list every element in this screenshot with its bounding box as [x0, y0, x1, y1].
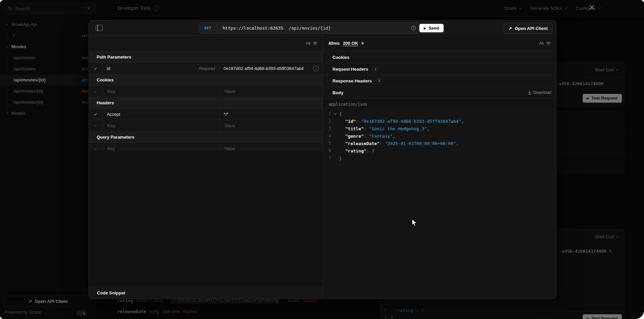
count-badge: 3: [376, 77, 383, 84]
header-value-cell: [220, 120, 323, 131]
key-input[interactable]: [107, 123, 215, 129]
section-label: Response Headers: [332, 78, 372, 83]
line-number: 2: [323, 119, 331, 123]
code-line: 3 "title": "Sonic the Hedgehog 3",: [323, 125, 556, 132]
section-path-parameters[interactable]: Path Parameters: [89, 51, 323, 63]
code-text: "rating": 7: [339, 148, 374, 153]
cookie-new-row: ✓: [89, 86, 323, 97]
code-text: "title": "Sonic the Hedgehog 3",: [339, 126, 429, 131]
external-link-icon: ↗: [508, 26, 512, 31]
value-input[interactable]: [224, 123, 319, 129]
filter-icon: [313, 42, 317, 45]
header-key-cell[interactable]: Accept: [103, 109, 220, 120]
download-icon: [528, 91, 532, 95]
response-status[interactable]: 200 OK: [343, 41, 358, 46]
line-number: 5: [323, 141, 331, 146]
status-ok-dot: [361, 42, 364, 44]
code-text: "id": "0e167d02-af94-4d68-b393-d5ff03647…: [339, 119, 464, 124]
cookie-key-cell: [103, 86, 220, 97]
section-label: Cookies: [97, 77, 114, 82]
param-value-cell[interactable]: 0e167d02-af94-4d68-b393-d5ff03647ab4 i: [220, 63, 323, 74]
code-text: }: [339, 156, 342, 161]
fold-toggle[interactable]: [331, 113, 339, 114]
response-section-response-headers[interactable]: Response Headers 3: [323, 75, 556, 87]
response-time: 40ms: [328, 41, 340, 46]
send-label: Send: [428, 26, 439, 31]
header-key-cell: [103, 120, 220, 131]
row-checkbox[interactable]: ✓: [89, 109, 103, 120]
key-input[interactable]: [107, 88, 215, 94]
method-badge: GET: [199, 23, 217, 33]
value-input[interactable]: [224, 88, 319, 94]
code-line: 7 }: [323, 154, 556, 162]
value-input[interactable]: [224, 146, 319, 151]
request-panel: All Path Parameters ✓ id Required 0e167d…: [89, 35, 323, 298]
path-text[interactable]: /api/movies/{id}: [286, 26, 331, 31]
section-label: Request Headers: [332, 67, 368, 72]
header-row-accept: ✓ Accept */*: [89, 109, 323, 120]
line-number: 3: [323, 126, 331, 131]
line-number: 1: [323, 111, 331, 116]
response-filter[interactable]: All: [539, 35, 551, 51]
app-background: Developer Tools i Share Generate SDKs Co…: [0, 0, 644, 319]
request-panel-empty-area: [89, 151, 323, 287]
send-button[interactable]: ▶ Send: [419, 24, 444, 32]
header-key: Accept: [107, 112, 120, 117]
info-icon[interactable]: i: [313, 66, 319, 71]
section-label: Path Parameters: [97, 55, 131, 60]
line-number: 6: [323, 148, 331, 153]
response-section-body[interactable]: Body Download: [323, 87, 556, 99]
row-checkbox[interactable]: ✓: [89, 86, 103, 97]
section-cookies[interactable]: Cookies: [89, 74, 323, 86]
cookie-value-cell: [220, 86, 323, 97]
content-type-label: application/json: [328, 102, 367, 107]
history-icon[interactable]: [411, 26, 416, 31]
address-bar[interactable]: GET https://localhost:62635 /api/movies/…: [199, 23, 445, 34]
filter-label: All: [306, 41, 310, 46]
api-client-modal: GET https://localhost:62635 /api/movies/…: [89, 20, 556, 299]
filter-label: All: [539, 41, 544, 46]
param-value: 0e167d02-af94-4d68-b393-d5ff03647ab4: [224, 66, 304, 71]
row-checkbox[interactable]: ✓: [89, 63, 103, 74]
chevron-down-icon: [333, 112, 336, 115]
download-label: Download: [534, 90, 551, 95]
code-line: 5 "releaseDate": "2025-01-03T00:00:00+00…: [323, 140, 556, 147]
code-text: "genre": "Fantasy",: [339, 134, 395, 139]
code-line: 4 "genre": "Fantasy",: [323, 132, 556, 140]
play-icon: ▶: [424, 27, 426, 30]
response-section-cookies[interactable]: Cookies: [323, 51, 556, 63]
required-label: Required: [199, 66, 215, 71]
code-line: 1 {: [323, 110, 556, 117]
param-row-id: ✓ id Required 0e167d02-af94-4d68-b393-d5…: [89, 63, 323, 74]
base-url-text[interactable]: https://localhost:62635: [217, 26, 283, 31]
response-body-code[interactable]: 1 { 2 "id": "0e167d02-af94-4d68-b393-d5f…: [323, 108, 556, 298]
header-value-cell[interactable]: */*: [220, 109, 323, 120]
open-api-client-button[interactable]: ↗ Open API Client: [503, 23, 553, 34]
section-headers[interactable]: Headers: [89, 97, 323, 109]
download-button[interactable]: Download: [528, 90, 551, 95]
line-number: 7: [323, 156, 331, 161]
section-label: Headers: [97, 100, 114, 105]
section-label: Cookies: [332, 55, 350, 60]
key-input[interactable]: [107, 146, 215, 151]
modal-top-bar: GET https://localhost:62635 /api/movies/…: [89, 21, 556, 36]
code-text: {: [339, 111, 342, 116]
row-checkbox[interactable]: ✓: [89, 120, 103, 131]
section-label: Query Parameters: [97, 135, 134, 140]
code-line: 2 "id": "0e167d02-af94-4d68-b393-d5ff036…: [323, 117, 556, 125]
sidebar-toggle-icon[interactable]: [96, 25, 103, 31]
request-filter[interactable]: All: [306, 35, 317, 51]
code-snippet-section[interactable]: Code Snippet: [89, 287, 323, 298]
request-filter-row: All: [89, 35, 323, 51]
section-query-parameters[interactable]: Query Parameters: [89, 132, 323, 143]
response-status-row: 40ms 200 OK All: [323, 35, 556, 51]
count-badge: 1: [372, 66, 379, 72]
header-new-row: ✓: [89, 120, 323, 132]
header-value: */*: [224, 112, 228, 117]
response-section-request-headers[interactable]: Request Headers 1: [323, 63, 556, 75]
code-text: "releaseDate": "2025-01-03T00:00:00+00:0…: [339, 141, 459, 146]
filter-icon: [546, 42, 551, 45]
param-key-cell[interactable]: id Required: [103, 63, 220, 74]
section-label: Body: [332, 90, 344, 95]
line-number: 4: [323, 134, 331, 138]
